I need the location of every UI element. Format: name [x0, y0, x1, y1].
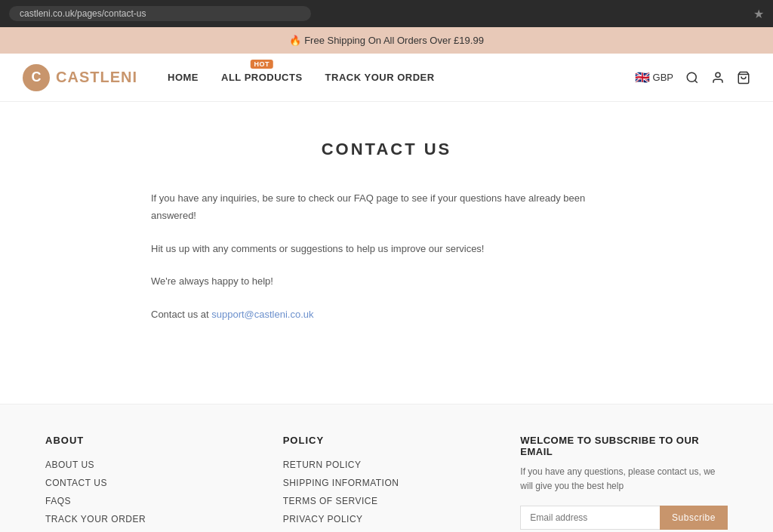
search-button[interactable] — [685, 71, 699, 85]
footer-about-heading: ABOUT — [45, 435, 253, 446]
subscribe-email-input[interactable] — [520, 506, 660, 530]
currency-label: GBP — [653, 72, 673, 83]
announcement-text: Free Shipping On All Orders Over £19.99 — [304, 35, 484, 46]
fire-icon: 🔥 — [289, 35, 301, 46]
main-nav: HOME HOT ALL PRODUCTS TRACK YOUR ORDER — [168, 72, 635, 83]
header: C CASTLENI HOME HOT ALL PRODUCTS TRACK Y… — [0, 54, 773, 102]
footer-link-privacy[interactable]: PRIVACY POLICY — [283, 514, 491, 524]
footer-link-track-order[interactable]: TRACK YOUR ORDER — [45, 514, 253, 524]
footer-link-faqs[interactable]: FAQS — [45, 496, 253, 506]
nav-track-order[interactable]: TRACK YOUR ORDER — [325, 72, 435, 83]
footer-link-about-us[interactable]: ABOUT US — [45, 460, 253, 470]
nav-all-products[interactable]: HOT ALL PRODUCTS — [221, 72, 303, 83]
contact-paragraph-3: We're always happy to help! — [151, 272, 622, 290]
footer-link-terms[interactable]: TERMS OF SERVICE — [283, 496, 491, 506]
svg-point-0 — [687, 72, 696, 81]
cart-button[interactable] — [737, 71, 750, 85]
footer-subscribe-heading: WELCOME TO SUBSCRIBE TO OUR EMAIL — [520, 435, 728, 457]
footer-about-section: ABOUT ABOUT US CONTACT US FAQS TRACK YOU… — [45, 435, 253, 532]
browser-star: ★ — [753, 7, 764, 21]
footer-policy-heading: POLICY — [283, 435, 491, 446]
hot-badge: HOT — [251, 60, 274, 69]
footer-subscribe-desc: If you have any questions, please contac… — [520, 465, 728, 494]
subscribe-form: Subscribe — [520, 506, 728, 530]
contact-paragraph-1: If you have any inquiries, be sure to ch… — [151, 189, 622, 225]
footer-policy-section: POLICY RETURN POLICY SHIPPING INFORMATIO… — [283, 435, 491, 532]
flag-icon: 🇬🇧 — [635, 70, 650, 85]
browser-url[interactable]: castleni.co.uk/pages/contact-us — [9, 6, 311, 21]
browser-bar: castleni.co.uk/pages/contact-us ★ — [0, 0, 773, 27]
logo-text: CASTLENI — [56, 69, 137, 86]
main-content: CONTACT US If you have any inquiries, be… — [0, 102, 773, 404]
footer-link-contact-us[interactable]: CONTACT US — [45, 478, 253, 488]
svg-line-1 — [694, 80, 697, 82]
contact-email-line: Contact us at support@castleni.co.uk — [151, 306, 622, 323]
page-title: CONTACT US — [151, 140, 622, 159]
footer-link-return-policy[interactable]: RETURN POLICY — [283, 460, 491, 470]
announcement-bar: 🔥Free Shipping On All Orders Over £19.99 — [0, 27, 773, 54]
footer-subscribe-section: WELCOME TO SUBSCRIBE TO OUR EMAIL If you… — [520, 435, 728, 532]
nav-home[interactable]: HOME — [168, 72, 199, 83]
logo-icon: C — [23, 64, 50, 91]
footer-grid: ABOUT ABOUT US CONTACT US FAQS TRACK YOU… — [45, 435, 728, 532]
footer-link-shipping[interactable]: SHIPPING INFORMATION — [283, 478, 491, 488]
contact-email-link[interactable]: support@castleni.co.uk — [211, 309, 313, 320]
subscribe-button[interactable]: Subscribe — [660, 506, 728, 530]
footer: ABOUT ABOUT US CONTACT US FAQS TRACK YOU… — [0, 404, 773, 532]
svg-point-2 — [716, 72, 720, 77]
logo[interactable]: C CASTLENI — [23, 64, 137, 91]
header-icons: 🇬🇧 GBP — [635, 70, 750, 85]
contact-paragraph-2: Hit us up with any comments or suggestio… — [151, 240, 622, 257]
account-button[interactable] — [711, 71, 725, 85]
currency-selector[interactable]: 🇬🇧 GBP — [635, 70, 673, 85]
